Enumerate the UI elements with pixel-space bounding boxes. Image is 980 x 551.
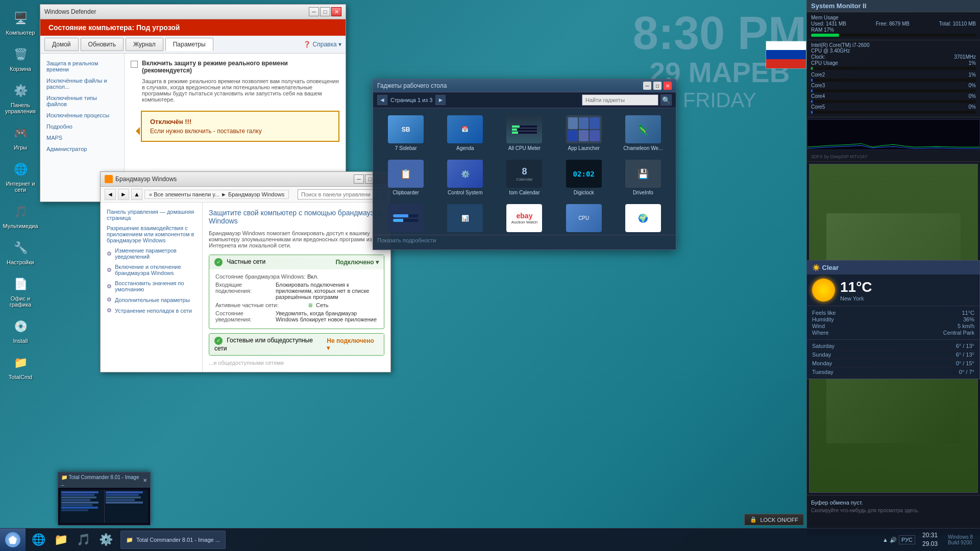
sidebar-icon-trash[interactable]: 🗑️ Корзина	[3, 41, 38, 75]
defender-nav-realtime[interactable]: Защита в реальном времени	[42, 58, 122, 75]
defender-nav-excluded-files[interactable]: Исключённые файлы и распол...	[42, 75, 122, 92]
taskbar-settings-icon[interactable]: ⚙️	[95, 529, 116, 550]
defender-maximize-button[interactable]: □	[320, 7, 330, 16]
totalcmd-icon: 📁	[10, 353, 31, 373]
firewall-minimize-button[interactable]: ─	[354, 174, 364, 184]
forecast-sunday: Sunday 6° / 13°	[812, 350, 974, 359]
sidebar-icon-computer[interactable]: 🖥️ Компьютер	[3, 5, 38, 39]
gadgets-minimize-button[interactable]: ─	[643, 82, 651, 90]
defender-help-link[interactable]: ❓ Справка ▾	[303, 41, 341, 48]
sm-ram-label: RAM 17%	[811, 27, 834, 33]
taskbar-explorer-icon[interactable]: 📁	[50, 529, 71, 550]
feels-like-label: Feels like	[812, 310, 836, 316]
gadget-item-applauncher[interactable]: App Launcher	[555, 112, 612, 155]
sm-core4-value: 0%	[969, 93, 976, 99]
defender-close-button[interactable]: ✕	[331, 7, 341, 16]
fw-networks-label: Активные частные сети:	[215, 302, 307, 308]
gadget-item-agenda[interactable]: 📅 Agenda	[436, 112, 494, 155]
firewall-back-button[interactable]: ◄	[105, 189, 116, 200]
sidebar-icon-office[interactable]: 📄 Офис и графика	[3, 271, 38, 311]
gadget-item-allcpu[interactable]: All CPU Meter	[496, 112, 553, 155]
defender-tab-journal[interactable]: Журнал	[126, 38, 163, 51]
firewall-address-bar: « Все элементы панели у... ► Брандмауэр …	[144, 190, 289, 199]
gadgets-show-details[interactable]: Показать подробности	[373, 235, 676, 245]
forecast-tue-day: Tuesday	[812, 369, 834, 375]
defender-realtime-checkbox[interactable]	[131, 61, 138, 68]
taskbar-date: 29.03	[922, 540, 938, 548]
fw-nav-advanced[interactable]: ⚙ Дополнительные параметры	[101, 294, 202, 305]
gadgets-search: 🔍	[582, 94, 672, 106]
gadgets-search-button[interactable]: 🔍	[660, 94, 672, 106]
fw-notification-row: Состояние уведомления: Уведомлять, когда…	[215, 310, 378, 322]
gadget-item-googleintl[interactable]: 🌍 gle Internati...	[615, 201, 672, 235]
taskbar-ie-icon[interactable]: 🌐	[28, 529, 49, 550]
fw-nav-enable-disable[interactable]: ⚙ Включение и отключение брандмауэра Win…	[101, 262, 202, 278]
defender-tab-home[interactable]: Домой	[44, 38, 79, 51]
sidebar-icon-games[interactable]: 🎮 Игры	[3, 120, 38, 154]
sm-core3-label: Core3	[811, 83, 825, 88]
taskbar-start-button[interactable]	[0, 529, 26, 552]
sm-cpu-clock-label: CPU @ 3.40GHz	[811, 48, 976, 54]
firewall-private-title: ✓ Частные сети	[214, 258, 265, 266]
total-commander-preview[interactable]: 📁 Total Commander 8.01 - Image _ ✕	[58, 472, 151, 525]
taskbar-media-icon[interactable]: 🎵	[72, 529, 94, 550]
gadget-item-driveinfo[interactable]: 💾 DriveInfo	[615, 157, 672, 199]
fw-nav-restore-defaults[interactable]: ⚙ Восстановить значения по умолчанию	[101, 278, 202, 294]
gadget-item-7sidebar[interactable]: SB 7 Sidebar	[377, 112, 434, 155]
lock-onoff-button[interactable]: 🔒 LOCK ON/OFF	[744, 514, 804, 525]
sidebar-icon-control-panel[interactable]: ⚙️ Панель управления	[3, 78, 38, 117]
forecast-mon-range: 0° / 15°	[956, 360, 974, 366]
firewall-up-button[interactable]: ▲	[131, 189, 142, 200]
firewall-search-input[interactable]	[298, 189, 374, 199]
system-monitor-cpu-info: Intel(R) Core(TM) i7-2600 CPU @ 3.40GHz …	[807, 40, 980, 117]
taskbar-item-totalcommander[interactable]: 📁 Total Commander 8.01 - Image ...	[120, 531, 226, 549]
where-label: Where	[812, 330, 828, 336]
russia-flag	[766, 41, 806, 69]
fw-nav-troubleshoot[interactable]: ⚙ Устранение неполадок в сети	[101, 305, 202, 316]
taskbar-running-items: 📁 Total Commander 8.01 - Image ...	[118, 529, 878, 551]
sidebar-icon-internet[interactable]: 🌐 Интернет и сети	[3, 156, 38, 196]
gadget-item-controlsystem[interactable]: ⚙️ Control System	[436, 157, 494, 199]
defender-tab-update[interactable]: Обновить	[81, 38, 124, 51]
gadget-item-chameleon[interactable]: 🦎 Chameleon We...	[615, 112, 672, 155]
gadget-item-glassycpu[interactable]: CPU Glassy CPU Mo...	[555, 201, 612, 235]
trash-label: Корзина	[10, 66, 31, 72]
fw-nav-allow-apps[interactable]: Разрешение взаимодействия с приложением …	[101, 223, 202, 245]
sm-cpu-bar	[811, 67, 813, 70]
gadgets-next-button[interactable]: ►	[435, 95, 446, 105]
taskbar-clock[interactable]: 20:31 29.03	[917, 531, 943, 548]
gadgets-maximize-button[interactable]: □	[653, 82, 662, 90]
defender-minimize-button[interactable]: ─	[309, 7, 319, 16]
gadgets-close-button[interactable]: ✕	[664, 82, 672, 90]
sm-cpu-usage-label: CPU Usage	[811, 60, 838, 66]
sidebar-icon-install[interactable]: 💿 Install	[3, 313, 38, 347]
defender-tab-params[interactable]: Параметры	[165, 38, 213, 51]
gadget-item-calendar[interactable]: 8 Calendar tom Calendar	[496, 157, 553, 199]
taskbar-language[interactable]: РУС	[899, 535, 915, 544]
gadgets-search-input[interactable]	[582, 94, 658, 106]
defender-nav-maps[interactable]: MAPS	[42, 132, 122, 143]
defender-nav-excluded-processes[interactable]: Исключённые процессы	[42, 110, 122, 121]
defender-nav-excluded-types[interactable]: Исключённые типы файлов	[42, 92, 122, 110]
fw-nav-home[interactable]: Панель управления — домашняя страница	[101, 207, 202, 223]
gadget-item-drivesmonitor[interactable]: 📊 Drives Monitor	[436, 201, 494, 235]
defender-nav-details[interactable]: Подробно	[42, 121, 122, 132]
sidebar-icon-totalcmd[interactable]: 📁 TotalCmd	[3, 349, 38, 383]
gadget-item-digiclock[interactable]: 02:02 Digiclock	[555, 157, 612, 199]
weather-header: ☀️ Clear	[807, 261, 979, 274]
desktop-sidebar: 🖥️ Компьютер 🗑️ Корзина ⚙️ Панель управл…	[0, 0, 41, 398]
defender-nav-admin[interactable]: Администратор	[42, 143, 122, 155]
sm-ram-bar-container	[811, 34, 976, 37]
office-label: Офис и графика	[5, 295, 36, 308]
sidebar-icon-multimedia[interactable]: 🎵 Мультимедиа	[3, 198, 38, 232]
sidebar-icon-settings[interactable]: 🔧 Настройки	[3, 235, 38, 268]
defender-alert-text: Состояние компьютера: Под угрозой	[48, 23, 180, 32]
forecast-sun-day: Sunday	[812, 352, 831, 358]
tc-preview-close[interactable]: ✕	[143, 478, 147, 483]
firewall-forward-button[interactable]: ►	[118, 189, 129, 200]
gadget-item-ebay[interactable]: ebay Auction Watch eBay Auction W...	[496, 201, 553, 235]
gadget-item-drivesmeter[interactable]: Drives Meter	[377, 201, 434, 235]
gadgets-prev-button[interactable]: ◄	[377, 95, 387, 105]
fw-nav-notifications[interactable]: ⚙ Изменение параметров уведомлений	[101, 245, 202, 262]
gadget-item-clipboarder[interactable]: 📋 Clipboarder	[377, 157, 434, 199]
